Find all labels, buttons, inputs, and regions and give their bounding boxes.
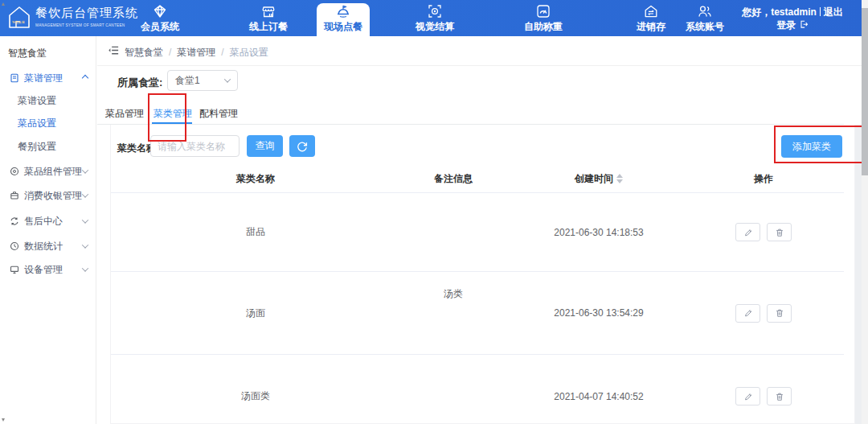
chevron-down-icon: [224, 76, 231, 82]
table-row: 汤面类 2021-04-07 14:40:52: [111, 355, 844, 424]
table-row: 汤面 汤类 2021-06-30 13:54:29: [111, 272, 844, 355]
account-users-icon: [697, 3, 713, 19]
logout-icon[interactable]: [799, 19, 809, 29]
breadcrumb-current: 菜品设置: [230, 47, 268, 58]
add-category-button[interactable]: 添加菜类: [781, 135, 842, 158]
breadcrumb-item[interactable]: 菜谱管理: [177, 47, 215, 58]
chevron-down-icon: [82, 265, 88, 271]
user-block: 您好，testadmin退出登录: [741, 6, 844, 31]
search-button[interactable]: 查询: [247, 135, 283, 157]
sort-caret-icon[interactable]: [616, 174, 623, 183]
refresh-icon: [297, 141, 308, 152]
smart-canteen-logo-icon: 智慧食堂: [6, 4, 32, 31]
breadcrumb-item[interactable]: 智慧食堂: [125, 47, 163, 58]
tab-dish-mgmt[interactable]: 菜品管理: [105, 107, 144, 121]
canteen-select-value: 食堂1: [175, 74, 200, 88]
edit-icon: [743, 228, 753, 237]
storefront-icon: [260, 3, 276, 19]
sidebar-title: 智慧食堂: [8, 47, 47, 60]
cell-actions: [691, 355, 836, 424]
cashier-icon: [10, 191, 20, 201]
cell-created-time: 2021-04-07 14:40:52: [506, 355, 691, 424]
column-header-name: 菜类名称: [111, 165, 400, 192]
cell-created-time: 2021-06-30 13:54:29: [506, 272, 691, 354]
edit-button[interactable]: [735, 304, 760, 323]
breadcrumb: 智慧食堂/菜谱管理/菜品设置: [125, 46, 268, 60]
nav-vision-settle[interactable]: 视觉结算: [416, 0, 454, 36]
table-header-row: 菜类名称 备注信息 创建时间 操作: [111, 165, 844, 193]
edit-button[interactable]: [735, 223, 760, 241]
delete-button[interactable]: [767, 387, 792, 405]
scrollbar-down-arrow[interactable]: [2, 418, 5, 422]
chevron-down-icon: [82, 241, 88, 248]
cell-actions: [691, 193, 836, 271]
sidebar-item-meal-settings[interactable]: 餐别设置: [0, 137, 96, 156]
edit-button[interactable]: [735, 387, 760, 405]
refresh-button[interactable]: [289, 135, 315, 157]
dine-in-icon: [335, 3, 351, 19]
nav-dine-in[interactable]: 现场点餐: [324, 0, 362, 36]
canteen-label: 所属食堂:: [117, 76, 162, 90]
user-greeting: 您好，testadmin: [742, 6, 817, 18]
divider: [820, 7, 821, 16]
category-name-input[interactable]: [150, 135, 240, 157]
cell-remark: [400, 355, 506, 424]
cell-category-name: 汤面类: [111, 355, 400, 424]
delete-icon: [775, 392, 784, 401]
nav-self-weigh[interactable]: 自助称重: [524, 0, 563, 36]
vertical-scrollbar[interactable]: [862, 0, 868, 424]
stats-clock-icon: [10, 241, 20, 252]
sidebar-item-recipe-mgmt[interactable]: 菜谱管理: [0, 68, 96, 88]
cell-actions: [691, 272, 836, 354]
nav-system-account[interactable]: 系统账号: [686, 0, 724, 36]
delete-button[interactable]: [767, 304, 792, 323]
tab-ingredient-mgmt[interactable]: 配料管理: [199, 107, 238, 121]
device-monitor-icon: [10, 265, 20, 275]
vision-scan-icon: [427, 3, 443, 19]
sidebar-item-aftersale-center[interactable]: 售后中心: [0, 212, 96, 231]
canteen-select[interactable]: 食堂1: [167, 70, 238, 91]
edit-icon: [743, 392, 753, 401]
nav-member-system[interactable]: 会员系统: [141, 0, 179, 36]
vip-diamond-icon: [152, 3, 168, 19]
edit-icon: [743, 308, 753, 318]
chevron-down-icon: [82, 167, 88, 173]
sidebar-item-dish-settings[interactable]: 菜品设置: [0, 113, 96, 133]
nav-online-order[interactable]: 线上订餐: [249, 0, 288, 36]
sidebar-collapse-icon[interactable]: [108, 44, 120, 56]
cell-remark: [400, 193, 506, 271]
chevron-down-icon: [82, 216, 88, 223]
sidebar: 智慧食堂 菜谱管理 菜谱设置 菜品设置 餐别设置 菜品组件管理 消费收银管理 售…: [0, 36, 96, 424]
app-subtitle: MANAGEMENT SYSTEM OF SMART CANTEEN: [35, 23, 125, 27]
chevron-up-icon: [82, 75, 88, 81]
column-header-created[interactable]: 创建时间: [506, 165, 691, 192]
cell-created-time: 2021-06-30 14:18:53: [506, 193, 691, 271]
cell-category-name: 汤面: [111, 272, 400, 354]
cell-category-name: 甜品: [111, 193, 400, 271]
sidebar-item-cashier-mgmt[interactable]: 消费收银管理: [0, 186, 96, 205]
breadcrumb-bar: 智慧食堂/菜谱管理/菜品设置: [97, 36, 862, 66]
cell-remark: 汤类: [400, 272, 506, 354]
delete-button[interactable]: [767, 223, 792, 241]
delete-icon: [775, 308, 784, 318]
tab-category-mgmt[interactable]: 菜类管理: [154, 107, 192, 121]
weigh-scale-icon: [535, 3, 551, 19]
sidebar-item-recipe-settings[interactable]: 菜谱设置: [0, 91, 96, 110]
chevron-down-icon: [82, 191, 88, 197]
app-logo: 智慧食堂 餐饮后台管理系统 MANAGEMENT SYSTEM OF SMART…: [6, 4, 226, 31]
sidebar-item-data-stats[interactable]: 数据统计: [0, 237, 96, 256]
sidebar-item-dish-components[interactable]: 菜品组件管理: [0, 162, 96, 181]
sidebar-item-device-mgmt[interactable]: 设备管理: [0, 260, 96, 279]
top-header: 智慧食堂 餐饮后台管理系统 MANAGEMENT SYSTEM OF SMART…: [0, 0, 868, 36]
menu-book-icon: [10, 73, 20, 84]
table-row: 甜品 2021-06-30 14:18:53: [111, 193, 844, 272]
nav-inventory[interactable]: 进销存: [637, 0, 665, 36]
components-icon: [10, 167, 20, 177]
column-header-remark: 备注信息: [400, 165, 506, 192]
inventory-icon: [643, 3, 659, 19]
app-title: 餐饮后台管理系统: [35, 6, 226, 21]
scrollbar-up-arrow[interactable]: [2, 2, 5, 6]
aftersale-icon: [10, 216, 20, 227]
scrollbar-thumb[interactable]: [862, 8, 868, 175]
page-background-strip: [855, 125, 862, 424]
